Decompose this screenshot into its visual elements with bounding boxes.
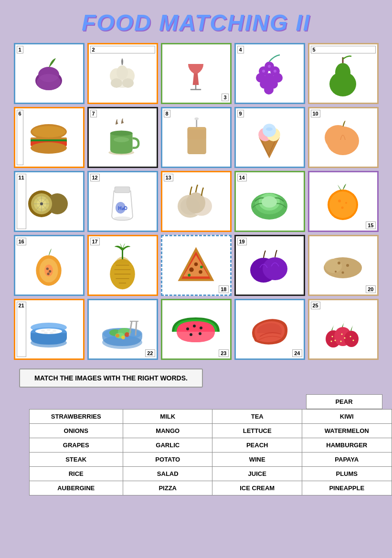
svg-point-122 <box>199 332 201 335</box>
food-cell-papaya: 16 <box>14 235 85 296</box>
svg-point-118 <box>186 327 189 330</box>
cell-number: 22 <box>145 349 155 357</box>
svg-point-132 <box>350 336 351 337</box>
svg-point-104 <box>53 330 56 332</box>
svg-point-68 <box>329 191 356 218</box>
steak-image <box>239 303 300 356</box>
grapes-image <box>239 47 300 100</box>
pear-image <box>313 47 374 100</box>
svg-text:H₂O: H₂O <box>118 205 128 211</box>
svg-point-130 <box>344 337 346 338</box>
food-cell-aubergine: 1 <box>14 43 85 104</box>
svg-point-85 <box>189 268 194 273</box>
svg-point-120 <box>200 326 202 329</box>
food-cell-plums: 19 <box>234 235 305 296</box>
food-grid: 1 2 3 4 5 6 <box>14 43 379 360</box>
orange-image <box>313 175 374 228</box>
svg-point-94 <box>338 262 340 264</box>
svg-point-22 <box>274 70 276 73</box>
food-cell-salad: 22 <box>87 299 158 360</box>
aubergine-image <box>19 47 80 100</box>
cell-number: 13 <box>164 174 173 181</box>
svg-point-86 <box>199 270 202 274</box>
svg-point-112 <box>125 332 129 337</box>
food-cell-lettuce: 14 <box>234 171 305 232</box>
cell-number: 10 <box>311 110 320 117</box>
food-cell-watermelon: 23 <box>161 299 232 360</box>
svg-point-42 <box>266 127 273 131</box>
salad-image <box>92 303 153 356</box>
page-title: FOOD MATCHING II <box>82 10 310 36</box>
cell-number: 7 <box>90 110 97 117</box>
svg-point-87 <box>194 263 198 266</box>
word-cell: HAMBURGER <box>302 438 392 453</box>
svg-point-71 <box>341 206 344 209</box>
svg-point-126 <box>332 336 333 337</box>
word-table: STRAWBERRIESMILKTEAKIWIONIONSMANGOLETTUC… <box>29 409 392 495</box>
word-table-wrapper: PEAR STRAWBERRIESMILKTEAKIWIONIONSMANGOL… <box>20 394 382 495</box>
cell-number: 18 <box>219 285 228 293</box>
cell-number: 4 <box>237 46 244 53</box>
peach-image <box>313 111 374 164</box>
svg-point-121 <box>190 333 192 336</box>
svg-point-70 <box>345 202 347 204</box>
kiwi-image <box>19 175 80 228</box>
watermelon-image <box>166 303 227 356</box>
papaya-image <box>19 239 80 292</box>
juice-image <box>166 111 227 164</box>
cell-number: 25 <box>311 302 320 309</box>
food-cell-rice: 21 <box>14 299 85 360</box>
food-cell-strawberries: 25 <box>308 299 379 360</box>
word-cell: PEACH <box>212 438 302 453</box>
svg-point-131 <box>340 340 342 342</box>
svg-point-119 <box>193 325 196 327</box>
tea-image <box>92 111 153 164</box>
potato-image <box>313 239 374 292</box>
food-cell-pear: 5 <box>308 43 379 104</box>
food-cell-onions: 13 <box>161 171 232 232</box>
cell-number: 5 <box>311 46 376 53</box>
word-cell: JUICE <box>212 467 302 481</box>
food-cell-orange: 15 <box>308 171 379 232</box>
cell-number: 1 <box>17 46 23 53</box>
svg-point-29 <box>31 142 67 154</box>
word-cell: RICE <box>29 467 123 481</box>
word-cell: LETTUCE <box>212 424 302 438</box>
svg-point-21 <box>262 70 265 73</box>
food-cell-grapes: 4 <box>234 43 305 104</box>
svg-rect-55 <box>115 187 130 192</box>
svg-point-30 <box>32 126 65 137</box>
food-cell-kiwi: 11 <box>14 171 85 232</box>
svg-point-33 <box>114 137 129 142</box>
cell-number: 11 <box>17 174 26 229</box>
svg-point-75 <box>46 267 49 270</box>
milk-image: H₂O <box>92 175 153 228</box>
hamburger-image <box>19 111 80 164</box>
cell-number: 19 <box>237 238 247 245</box>
svg-point-44 <box>325 125 351 150</box>
food-cell-pizza: 18 <box>161 235 232 296</box>
svg-line-116 <box>136 321 137 336</box>
svg-rect-38 <box>189 128 206 130</box>
svg-point-69 <box>338 200 341 202</box>
lettuce-image <box>239 175 300 228</box>
cell-number: 23 <box>219 349 228 357</box>
svg-point-113 <box>116 334 119 337</box>
svg-point-105 <box>44 332 48 334</box>
word-cell: WATERMELON <box>302 424 392 438</box>
svg-point-102 <box>41 330 45 332</box>
cell-number: 14 <box>237 174 247 181</box>
instruction-box: MATCH THE IMAGES WITH THE RIGHT WORDS. <box>19 368 203 388</box>
word-cell: AUBERGINE <box>29 481 123 495</box>
food-cell-wine: 3 <box>161 43 232 104</box>
svg-point-133 <box>353 339 354 341</box>
pizza-image <box>166 239 227 292</box>
cell-number: 12 <box>90 174 100 181</box>
wine-image <box>166 47 227 100</box>
word-cell: STRAWBERRIES <box>29 410 123 424</box>
plums-image <box>239 239 300 292</box>
pineapple-image <box>92 239 153 292</box>
word-cell: PINEAPPLE <box>302 481 392 495</box>
food-cell-pineapple: 17 <box>87 235 158 296</box>
svg-point-96 <box>342 271 344 274</box>
